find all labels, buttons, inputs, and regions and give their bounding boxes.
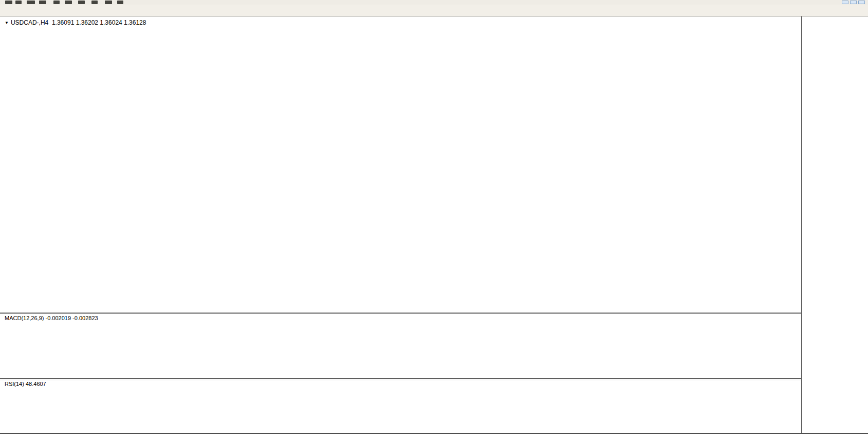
window-button[interactable] (850, 1, 857, 4)
macd-label: MACD(12,26,9) -0.002019 -0.002823 (5, 315, 98, 321)
mt4-window: { "window": {"window_buttons": 3}, "tool… (0, 0, 868, 445)
cutoff-icon-remnant (117, 1, 123, 4)
panel-divider-rsi[interactable] (0, 378, 868, 380)
chart-header: ▼USDCAD-,H4 1.36091 1.36202 1.36024 1.36… (5, 19, 146, 26)
date-axis[interactable] (0, 434, 868, 445)
cutoff-icon-remnant (65, 1, 72, 4)
cutoff-icon-remnant (78, 1, 85, 4)
symbol-label: USDCAD-,H4 (11, 19, 48, 26)
price-axis[interactable] (801, 16, 868, 433)
cutoff-icon-remnant (15, 1, 22, 4)
rsi-canvas (0, 380, 801, 433)
cutoff-icon-remnant (27, 1, 35, 4)
toolbar (0, 5, 868, 16)
symbol-dropdown-icon[interactable]: ▼ (5, 21, 9, 25)
macd-title: MACD(12,26,9) (5, 315, 44, 321)
rsi-value: 48.4607 (26, 381, 46, 387)
macd-canvas (0, 313, 801, 379)
window-button[interactable] (858, 1, 865, 4)
rsi-title: RSI(14) (5, 381, 24, 387)
window-button[interactable] (842, 1, 848, 4)
cutoff-icon-remnant (5, 1, 12, 4)
panel-divider-macd[interactable] (0, 312, 868, 314)
cutoff-icon-remnant (53, 1, 60, 4)
rsi-label: RSI(14) 48.4607 (5, 381, 46, 387)
cutoff-icon-remnant (105, 1, 112, 4)
cutoff-icon-remnant (91, 1, 98, 4)
cutoff-icon-remnant (39, 1, 46, 4)
macd-values: -0.002019 -0.002823 (45, 315, 98, 321)
main-chart-canvas (0, 16, 801, 312)
ohlc-values: 1.36091 1.36202 1.36024 1.36128 (52, 19, 146, 26)
